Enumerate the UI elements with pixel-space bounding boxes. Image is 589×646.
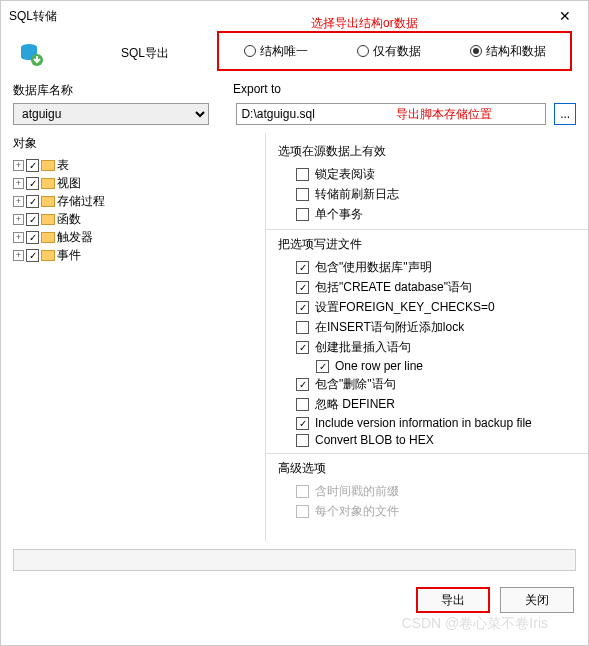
exportto-label: Export to xyxy=(233,82,281,99)
close-button[interactable]: 关闭 xyxy=(500,587,574,613)
radio-structure-and-data[interactable]: 结构和数据 xyxy=(470,43,546,60)
opt-create-database[interactable]: 包括"CREATE database"语句 xyxy=(296,279,576,296)
opt-one-row-per-line[interactable]: One row per line xyxy=(316,359,576,373)
opt-single-transaction[interactable]: 单个事务 xyxy=(296,206,576,223)
database-select[interactable]: atguigu xyxy=(13,103,209,125)
close-icon[interactable]: ✕ xyxy=(550,8,580,24)
opt-bulk-insert[interactable]: 创建批量插入语句 xyxy=(296,339,576,356)
radio-structure-only[interactable]: 结构唯一 xyxy=(244,43,308,60)
tree-item-procedures[interactable]: +存储过程 xyxy=(13,192,253,210)
opt-use-database[interactable]: 包含"使用数据库"声明 xyxy=(296,259,576,276)
annotation-path: 导出脚本存储位置 xyxy=(396,106,492,123)
export-path-input[interactable] xyxy=(236,103,546,125)
group-advanced: 高级选项 xyxy=(278,460,576,477)
db-export-icon xyxy=(19,42,43,66)
opt-timestamp-prefix: 含时间戳的前缀 xyxy=(296,483,576,500)
opt-ignore-definer[interactable]: 忽略 DEFINER xyxy=(296,396,576,413)
dbname-label: 数据库名称 xyxy=(13,82,233,99)
annotation-top: 选择导出结构or数据 xyxy=(311,15,418,32)
tree-item-events[interactable]: +事件 xyxy=(13,246,253,264)
radio-data-only[interactable]: 仅有数据 xyxy=(357,43,421,60)
opt-file-per-object: 每个对象的文件 xyxy=(296,503,576,520)
progress-bar xyxy=(13,549,576,571)
opt-version-info[interactable]: Include version information in backup fi… xyxy=(296,416,576,430)
opt-drop-statement[interactable]: 包含"删除"语句 xyxy=(296,376,576,393)
objects-label: 对象 xyxy=(13,135,253,152)
tree-item-tables[interactable]: +表 xyxy=(13,156,253,174)
tree-item-views[interactable]: +视图 xyxy=(13,174,253,192)
opt-lock-tables[interactable]: 锁定表阅读 xyxy=(296,166,576,183)
tree-item-triggers[interactable]: +触发器 xyxy=(13,228,253,246)
opt-insert-lock[interactable]: 在INSERT语句附近添加lock xyxy=(296,319,576,336)
window-title: SQL转储 xyxy=(9,8,550,25)
group-source-options: 选项在源数据上有效 xyxy=(278,143,576,160)
opt-blob-hex[interactable]: Convert BLOB to HEX xyxy=(296,433,576,447)
opt-foreign-key-checks[interactable]: 设置FOREIGN_KEY_CHECKS=0 xyxy=(296,299,576,316)
browse-button[interactable]: ... xyxy=(554,103,576,125)
export-mode-group: 结构唯一 仅有数据 结构和数据 xyxy=(217,31,572,71)
opt-flush-logs[interactable]: 转储前刷新日志 xyxy=(296,186,576,203)
export-button[interactable]: 导出 xyxy=(416,587,490,613)
tree-item-functions[interactable]: +函数 xyxy=(13,210,253,228)
sql-export-label: SQL导出 xyxy=(121,45,169,62)
watermark: CSDN @卷心菜不卷Iris xyxy=(402,615,548,633)
group-file-options: 把选项写进文件 xyxy=(278,236,576,253)
